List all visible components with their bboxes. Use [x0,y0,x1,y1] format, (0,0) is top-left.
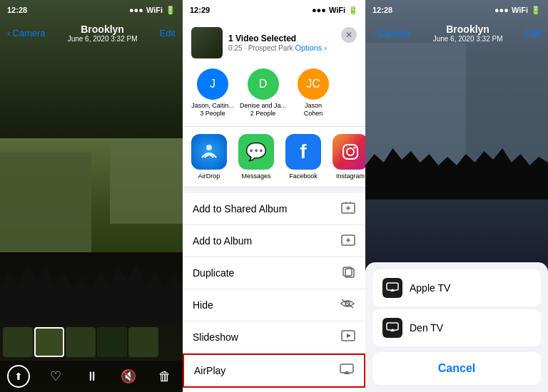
svg-point-0 [206,145,212,150]
share-button[interactable]: ⬆ [7,365,30,388]
bottom-toolbar-left: ⬆ ♡ ⏸ 🔇 🗑 [0,361,183,392]
facebook-icon: f [285,134,321,170]
share-sheet: 12:29 ●●● WiFi 🔋 1 Video Selected 0:25 ·… [183,0,365,392]
menu-slideshow[interactable]: Slideshow [183,321,365,354]
trash-icon[interactable]: 🗑 [154,366,176,387]
heart-icon[interactable]: ♡ [45,366,66,387]
contacts-row: J Jason, Caitin...3 People D Denise and … [191,64,357,122]
status-bar-left: 12:28 ●●● WiFi 🔋 [0,0,183,20]
den-tv-icon [382,318,402,338]
apple-tv-icon [382,278,402,298]
contact-item[interactable]: JC JasonCohen [292,68,335,118]
options-link[interactable]: Options › [295,43,327,52]
nav-edit-left[interactable]: Edit [160,28,176,38]
share-video-info: 1 Video Selected 0:25 · Prospect Park Op… [191,27,327,58]
den-tv-label: Den TV [410,322,443,334]
mute-icon[interactable]: 🔇 [118,366,139,387]
airplay-apple-tv[interactable]: Apple TV [372,269,541,306]
svg-point-2 [347,148,354,155]
contact-avatar: J [197,68,228,100]
nav-edit-right[interactable]: Edit [525,28,541,38]
status-time-center: 12:29 [190,6,210,14]
nav-title-block-left: Brooklyn June 6, 2020 3:32 PM [68,24,138,43]
thumbnail-item[interactable] [128,327,158,357]
status-bar-right: 12:28 ●●● WiFi 🔋 [365,0,548,20]
instagram-icon [333,134,365,170]
menu-hide[interactable]: Hide [183,289,365,321]
svg-point-3 [354,146,356,148]
share-video-thumbnail [191,27,223,58]
close-button[interactable]: ✕ [341,27,357,43]
contact-avatar: D [248,68,279,100]
nav-bar-left: ‹ Camera Brooklyn June 6, 2020 3:32 PM E… [0,20,183,46]
panel-right: 12:28 ●●● WiFi 🔋 ‹ Camera Brooklyn June … [365,0,548,392]
thumbnail-item[interactable] [3,327,33,357]
status-time-left: 12:28 [7,6,27,14]
menu-airplay[interactable]: AirPlay [183,354,365,388]
status-icons-right: ●●● WiFi 🔋 [494,6,541,15]
app-instagram[interactable]: Instagram [333,134,365,180]
contact-item[interactable]: D Denise and Ja...2 People [240,68,286,118]
nav-title-block-right: Brooklyn June 6, 2020 3:32 PM [433,24,503,43]
airplay-sheet: Apple TV Den TV Cancel [365,262,548,392]
thumbnail-item[interactable] [66,327,96,357]
apple-tv-label: Apple TV [410,282,450,294]
share-menu-list: Add to Shared Album Add to Album Duplica… [183,193,365,392]
thumbnail-strip [0,324,183,361]
status-icons-left: ●●● WiFi 🔋 [129,6,176,15]
contact-item[interactable]: J Jason, Caitin...3 People [191,68,234,118]
menu-duplicate[interactable]: Duplicate [183,257,365,289]
status-bar-center: 12:29 ●●● WiFi 🔋 [183,0,365,20]
nav-back-right[interactable]: ‹ Camera [372,28,411,38]
thumbnail-item[interactable] [97,327,127,357]
app-icons-row: AirDrop 💬 Messages f Facebook Instagram [183,127,365,187]
app-facebook[interactable]: f Facebook [285,134,321,180]
pause-icon[interactable]: ⏸ [81,366,103,387]
menu-add-shared-album[interactable]: Add to Shared Album [183,193,365,225]
svg-marker-11 [347,334,351,338]
status-icons-center: ●●● WiFi 🔋 [312,6,358,15]
cancel-button[interactable]: Cancel [372,352,541,385]
app-messages[interactable]: 💬 Messages [238,134,274,180]
airplay-den-tv[interactable]: Den TV [372,309,541,346]
nav-back-left[interactable]: ‹ Camera [7,28,46,38]
airdrop-icon [191,134,227,170]
share-header: 1 Video Selected 0:25 · Prospect Park Op… [183,20,365,127]
panel-left: 12:28 ●●● WiFi 🔋 ‹ Camera Brooklyn June … [0,0,183,392]
panel-center: 12:29 ●●● WiFi 🔋 1 Video Selected 0:25 ·… [183,0,365,392]
thumbnail-item[interactable] [34,327,64,357]
app-airdrop[interactable]: AirDrop [191,134,227,180]
status-time-right: 12:28 [372,6,392,14]
menu-save-files[interactable]: Save to Files [183,388,365,392]
contact-avatar: JC [298,68,329,100]
messages-icon: 💬 [238,134,274,170]
menu-add-album[interactable]: Add to Album [183,225,365,257]
share-video-text: 1 Video Selected 0:25 · Prospect Park Op… [228,33,327,52]
nav-bar-right: ‹ Camera Brooklyn June 6, 2020 3:32 PM E… [365,20,548,46]
